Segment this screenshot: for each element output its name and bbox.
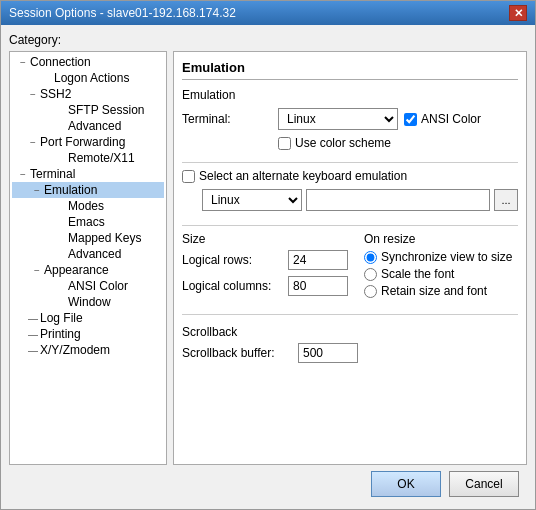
tree-label-xyz-modem: X/Y/Zmodem [40, 343, 110, 357]
window-body: Category: − Connection Logon Actions − [1, 25, 535, 509]
tree-label-printing: Printing [40, 327, 81, 341]
tree-label-remote-x11: Remote/X11 [68, 151, 135, 165]
expander-ssh2[interactable]: − [26, 89, 40, 100]
on-resize-section: On resize Synchronize view to size Scale… [364, 232, 518, 302]
emulation-sub-title: Emulation [182, 88, 518, 102]
scrollback-title: Scrollback [182, 325, 518, 339]
radio-retain-size[interactable]: Retain size and font [364, 284, 518, 298]
ansi-color-checkbox[interactable] [404, 113, 417, 126]
on-resize-title: On resize [364, 232, 518, 246]
sidebar-item-ansi-color[interactable]: ANSI Color [12, 278, 164, 294]
sidebar-item-appearance[interactable]: − Appearance [12, 262, 164, 278]
category-label: Category: [9, 33, 527, 47]
logical-rows-input[interactable] [288, 250, 348, 270]
ok-button[interactable]: OK [371, 471, 441, 497]
alt-keyboard-text-input[interactable] [306, 189, 490, 211]
tree-label-mapped-keys: Mapped Keys [68, 231, 141, 245]
scrollback-buffer-input[interactable] [298, 343, 358, 363]
logical-columns-row: Logical columns: [182, 276, 348, 296]
expander-emulation[interactable]: − [30, 185, 44, 196]
radio-sync-view-input[interactable] [364, 251, 377, 264]
terminal-select[interactable]: Linux VT100 VT220 ANSI Xterm [278, 108, 398, 130]
browse-button[interactable]: ... [494, 189, 518, 211]
logical-columns-input[interactable] [288, 276, 348, 296]
right-panel: Emulation Emulation Terminal: Linux VT10… [173, 51, 527, 465]
terminal-label: Terminal: [182, 112, 272, 126]
sidebar-item-ssh2[interactable]: − SSH2 [12, 86, 164, 102]
radio-retain-size-input[interactable] [364, 285, 377, 298]
scrollback-buffer-label: Scrollback buffer: [182, 346, 292, 360]
tree-label-emulation: Emulation [44, 183, 97, 197]
scrollback-buffer-row: Scrollback buffer: [182, 343, 518, 363]
sidebar-item-window[interactable]: Window [12, 294, 164, 310]
alt-keyboard-sub: Linux ... [202, 189, 518, 211]
sidebar-item-mapped-keys[interactable]: Mapped Keys [12, 230, 164, 246]
expander-appearance[interactable]: − [30, 265, 44, 276]
sidebar-item-xyz-modem[interactable]: — X/Y/Zmodem [12, 342, 164, 358]
sidebar-item-terminal[interactable]: − Terminal [12, 166, 164, 182]
sidebar-item-modes[interactable]: Modes [12, 198, 164, 214]
expander-terminal[interactable]: − [16, 169, 30, 180]
size-title: Size [182, 232, 348, 246]
tree-label-emacs: Emacs [68, 215, 105, 229]
size-resize-section: Size Logical rows: Logical columns: On r… [182, 232, 518, 302]
sidebar-item-advanced-ssh[interactable]: Advanced [12, 118, 164, 134]
bottom-bar: OK Cancel [9, 465, 527, 501]
tree-label-log-file: Log File [40, 311, 83, 325]
alt-keyboard-row: Select an alternate keyboard emulation [182, 169, 518, 183]
use-color-scheme-checkbox[interactable] [278, 137, 291, 150]
alt-keyboard-checkbox[interactable] [182, 170, 195, 183]
radio-retain-size-label: Retain size and font [381, 284, 487, 298]
cancel-button[interactable]: Cancel [449, 471, 519, 497]
section-title: Emulation [182, 60, 518, 80]
tree-label-ansi-color: ANSI Color [68, 279, 128, 293]
radio-scale-font[interactable]: Scale the font [364, 267, 518, 281]
scrollback-section: Scrollback Scrollback buffer: [182, 325, 518, 369]
close-button[interactable]: ✕ [509, 5, 527, 21]
session-options-window: Session Options - slave01-192.168.174.32… [0, 0, 536, 510]
tree-label-logon-actions: Logon Actions [54, 71, 129, 85]
logical-columns-label: Logical columns: [182, 279, 282, 293]
sidebar-item-advanced-terminal[interactable]: Advanced [12, 246, 164, 262]
radio-scale-font-label: Scale the font [381, 267, 454, 281]
size-section: Size Logical rows: Logical columns: [182, 232, 348, 302]
tree-label-advanced-ssh: Advanced [68, 119, 121, 133]
sidebar-item-sftp-session[interactable]: SFTP Session [12, 102, 164, 118]
sidebar-item-port-forwarding[interactable]: − Port Forwarding [12, 134, 164, 150]
tree-label-terminal: Terminal [30, 167, 75, 181]
title-bar: Session Options - slave01-192.168.174.32… [1, 1, 535, 25]
logical-rows-row: Logical rows: [182, 250, 348, 270]
sidebar-item-emacs[interactable]: Emacs [12, 214, 164, 230]
main-content: − Connection Logon Actions − SSH2 SFTP S… [9, 51, 527, 465]
alt-keyboard-select[interactable]: Linux [202, 189, 302, 211]
radio-sync-view[interactable]: Synchronize view to size [364, 250, 518, 264]
sidebar-item-emulation[interactable]: − Emulation [12, 182, 164, 198]
sidebar-item-printing[interactable]: — Printing [12, 326, 164, 342]
use-color-scheme-text: Use color scheme [295, 136, 391, 150]
ansi-color-checkbox-label[interactable]: ANSI Color [404, 112, 481, 126]
window-title: Session Options - slave01-192.168.174.32 [9, 6, 236, 20]
radio-sync-view-label: Synchronize view to size [381, 250, 512, 264]
tree-label-window: Window [68, 295, 111, 309]
tree-label-sftp-session: SFTP Session [68, 103, 144, 117]
sidebar-item-remote-x11[interactable]: Remote/X11 [12, 150, 164, 166]
tree-label-port-forwarding: Port Forwarding [40, 135, 125, 149]
alt-keyboard-label: Select an alternate keyboard emulation [199, 169, 407, 183]
divider1 [182, 162, 518, 163]
ansi-color-label: ANSI Color [421, 112, 481, 126]
logical-rows-label: Logical rows: [182, 253, 282, 267]
radio-scale-font-input[interactable] [364, 268, 377, 281]
divider3 [182, 314, 518, 315]
alt-keyboard-check-label[interactable]: Select an alternate keyboard emulation [182, 169, 407, 183]
tree-label-advanced-terminal: Advanced [68, 247, 121, 261]
expander-connection[interactable]: − [16, 57, 30, 68]
tree-label-ssh2: SSH2 [40, 87, 71, 101]
expander-port-forwarding[interactable]: − [26, 137, 40, 148]
tree-label-appearance: Appearance [44, 263, 109, 277]
tree-panel[interactable]: − Connection Logon Actions − SSH2 SFTP S… [9, 51, 167, 465]
sidebar-item-logon-actions[interactable]: Logon Actions [12, 70, 164, 86]
sidebar-item-connection[interactable]: − Connection [12, 54, 164, 70]
sidebar-item-log-file[interactable]: — Log File [12, 310, 164, 326]
terminal-row: Terminal: Linux VT100 VT220 ANSI Xterm A… [182, 108, 518, 130]
use-color-scheme-label[interactable]: Use color scheme [278, 136, 391, 150]
